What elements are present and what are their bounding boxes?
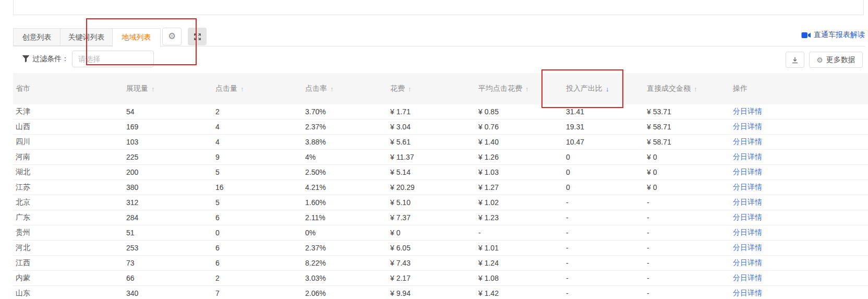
value-cell: 380 [126,183,215,192]
value-cell: ¥ 5.14 [390,168,478,176]
column-label: 花费 [390,84,405,93]
value-cell: 3.03% [305,274,390,282]
daily-detail-link[interactable]: 分日详情 [733,152,762,162]
value-cell: 312 [126,198,215,207]
daily-detail-link[interactable]: 分日详情 [733,273,762,283]
report-interpretation-link[interactable]: 直通车报表解读 [801,30,865,40]
table-row: 河北25362.37%¥ 6.05¥ 1.01--分日详情 [13,241,868,256]
value-cell: ¥ 6.05 [390,244,478,252]
value-cell: ¥ 5.61 [390,138,478,146]
province-cell: 河北 [16,243,126,253]
value-cell: ¥ 2.17 [390,274,478,282]
table-row: 江苏380164.21%¥ 20.29¥ 1.270¥ 0分日详情 [13,180,868,195]
column-header-1: 省市 [16,84,126,93]
value-cell: ¥ 58.71 [647,123,733,131]
tab-creative-list[interactable]: 创意列表 [13,28,61,46]
value-cell: 6 [215,259,305,267]
value-cell: 0% [305,229,390,237]
gear-icon: ⚙ [168,31,176,41]
table-row: 四川10343.88%¥ 5.61¥ 1.4010.47¥ 58.71分日详情 [13,135,868,150]
daily-detail-link[interactable]: 分日详情 [733,107,762,116]
filter-select-input[interactable] [72,51,154,67]
value-cell: - [647,229,733,237]
sort-asc-icon: ↑ [694,85,697,93]
expand-table-button[interactable] [188,28,207,45]
value-cell: 200 [126,168,215,176]
column-label: 展现量 [126,84,148,93]
column-settings-button[interactable]: ⚙ [162,28,182,45]
daily-detail-link[interactable]: 分日详情 [733,228,762,237]
value-cell: - [566,213,647,222]
value-cell: 2.37% [305,244,390,252]
column-header-5[interactable]: 花费↑ [390,84,478,93]
table-header-row: 省市展现量↑点击量↑点击率↑花费↑平均点击花费↑投入产出比↓直接成交金额↑操作 [13,73,868,104]
daily-detail-link[interactable]: 分日详情 [733,183,762,192]
column-header-7[interactable]: 投入产出比↓ [566,84,647,93]
value-cell: ¥ 1.71 [390,107,478,116]
daily-detail-link[interactable]: 分日详情 [733,198,762,207]
column-header-4[interactable]: 点击率↑ [305,84,390,93]
value-cell: 4 [215,123,305,131]
video-camera-icon [801,32,811,39]
daily-detail-link[interactable]: 分日详情 [733,258,762,268]
value-cell: - [566,198,647,207]
value-cell: ¥ 7.43 [390,259,478,267]
sort-asc-icon: ↑ [151,85,155,93]
value-cell: 253 [126,244,215,252]
value-cell: 2.50% [305,168,390,176]
value-cell: 4.21% [305,183,390,192]
value-cell: ¥ 1.27 [478,183,566,192]
value-cell: 5 [215,198,305,207]
value-cell: ¥ 0.76 [478,123,566,131]
column-label: 点击量 [215,84,237,93]
column-header-8[interactable]: 直接成交金额↑ [647,84,733,93]
province-cell: 山西 [16,122,126,131]
tab-region-list[interactable]: 地域列表 [112,28,161,47]
value-cell: ¥ 1.01 [478,244,566,252]
value-cell: 1.60% [305,198,390,207]
daily-detail-link[interactable]: 分日详情 [733,213,762,222]
column-header-3[interactable]: 点击量↑ [215,84,305,93]
column-label: 点击率 [305,84,327,93]
value-cell: 2 [215,274,305,282]
table-body: 天津5423.70%¥ 1.71¥ 0.8531.41¥ 53.71分日详情山西… [13,104,868,299]
value-cell: ¥ 3.04 [390,123,478,131]
more-data-button[interactable]: ⚙ 更多数据 [809,52,863,68]
filter-label: 过滤条件： [32,54,69,64]
value-cell: 16 [215,183,305,192]
column-header-6[interactable]: 平均点击花费↑ [478,84,566,93]
value-cell: 0 [566,168,647,176]
value-cell: - [647,274,733,282]
daily-detail-link[interactable]: 分日详情 [733,289,762,298]
value-cell: 340 [126,289,215,297]
value-cell: 31.41 [566,107,647,116]
tab-keyword-list[interactable]: 关键词列表 [60,28,113,46]
value-cell: ¥ 0.85 [478,107,566,116]
value-cell: 284 [126,213,215,222]
sort-desc-icon: ↓ [606,85,609,93]
daily-detail-link[interactable]: 分日详情 [733,168,762,177]
download-button[interactable] [786,52,804,68]
value-cell: 2.11% [305,213,390,222]
province-cell: 湖北 [16,168,126,177]
value-cell: ¥ 7.37 [390,213,478,222]
value-cell: 5 [215,168,305,176]
download-icon [791,56,799,64]
daily-detail-link[interactable]: 分日详情 [733,122,762,131]
daily-detail-link[interactable]: 分日详情 [733,243,762,253]
value-cell: 54 [126,107,215,116]
table-row: 山西16942.37%¥ 3.04¥ 0.7619.31¥ 58.71分日详情 [13,119,868,135]
value-cell: - [478,229,566,237]
daily-detail-link[interactable]: 分日详情 [733,137,762,147]
report-page: 创意列表 关键词列表 地域列表 ⚙ 直通车报表解读 过滤条件： ⚙ 更多数据 省… [0,0,868,299]
value-cell: - [566,259,647,267]
value-cell: 2.37% [305,123,390,131]
value-cell: 0 [566,183,647,192]
value-cell: 9 [215,153,305,161]
value-cell: 3.88% [305,138,390,146]
table-row: 湖北20052.50%¥ 5.14¥ 1.030¥ 0分日详情 [13,165,868,180]
column-header-2[interactable]: 展现量↑ [126,84,215,93]
value-cell: ¥ 1.40 [478,138,566,146]
table-row: 内蒙6623.03%¥ 2.17¥ 1.08--分日详情 [13,271,868,286]
column-label: 省市 [16,84,30,93]
